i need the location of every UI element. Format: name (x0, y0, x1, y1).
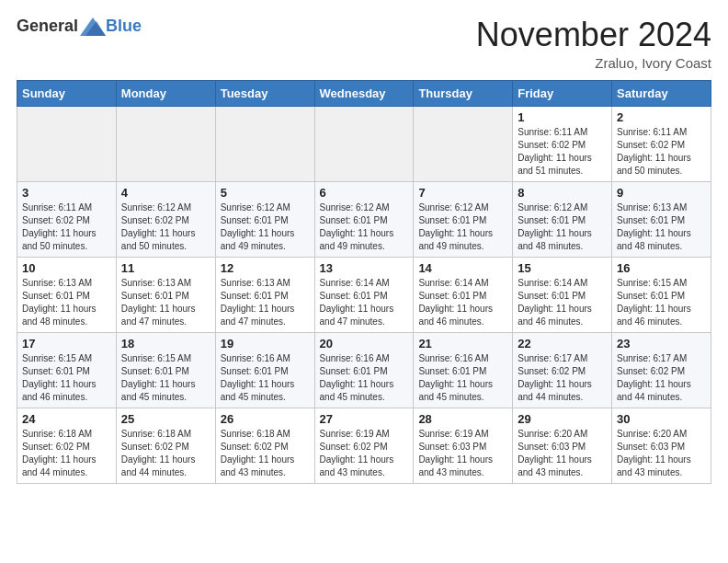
location: Zraluo, Ivory Coast (476, 55, 711, 71)
day-info: Sunrise: 6:19 AMSunset: 6:03 PMDaylight:… (418, 428, 507, 479)
title-block: November 2024 Zraluo, Ivory Coast (476, 17, 711, 71)
day-number: 29 (518, 412, 607, 426)
day-number: 15 (518, 261, 607, 275)
calendar-cell: 15Sunrise: 6:14 AMSunset: 6:01 PMDayligh… (513, 257, 612, 332)
day-number: 19 (221, 337, 310, 350)
day-info: Sunrise: 6:12 AMSunset: 6:01 PMDaylight:… (221, 201, 310, 253)
day-info: Sunrise: 6:15 AMSunset: 6:01 PMDaylight:… (617, 277, 706, 328)
day-info: Sunrise: 6:14 AMSunset: 6:01 PMDaylight:… (320, 277, 409, 328)
day-number: 9 (617, 186, 706, 200)
calendar-cell: 8Sunrise: 6:12 AMSunset: 6:01 PMDaylight… (513, 181, 612, 257)
day-info: Sunrise: 6:12 AMSunset: 6:01 PMDaylight:… (418, 201, 507, 253)
calendar-cell: 25Sunrise: 6:18 AMSunset: 6:02 PMDayligh… (116, 408, 215, 483)
day-info: Sunrise: 6:15 AMSunset: 6:01 PMDaylight:… (121, 352, 210, 404)
day-info: Sunrise: 6:18 AMSunset: 6:02 PMDaylight:… (221, 428, 310, 479)
calendar-cell: 11Sunrise: 6:13 AMSunset: 6:01 PMDayligh… (116, 257, 215, 332)
day-number: 7 (418, 186, 507, 200)
day-number: 3 (22, 186, 111, 200)
day-number: 12 (221, 261, 310, 275)
day-info: Sunrise: 6:17 AMSunset: 6:02 PMDaylight:… (518, 352, 607, 404)
logo: General Blue (17, 17, 142, 36)
calendar-cell: 19Sunrise: 6:16 AMSunset: 6:01 PMDayligh… (215, 332, 314, 408)
day-number: 11 (121, 261, 210, 275)
day-info: Sunrise: 6:12 AMSunset: 6:02 PMDaylight:… (121, 201, 210, 253)
day-number: 23 (617, 337, 706, 350)
calendar-cell: 4Sunrise: 6:12 AMSunset: 6:02 PMDaylight… (116, 181, 215, 257)
calendar-cell: 21Sunrise: 6:16 AMSunset: 6:01 PMDayligh… (414, 332, 513, 408)
calendar-cell: 18Sunrise: 6:15 AMSunset: 6:01 PMDayligh… (116, 332, 215, 408)
calendar-cell: 7Sunrise: 6:12 AMSunset: 6:01 PMDaylight… (414, 181, 513, 257)
weekday-header: Friday (513, 80, 612, 106)
calendar-cell (314, 106, 414, 181)
calendar-cell (215, 106, 314, 181)
day-number: 8 (518, 186, 607, 200)
day-number: 28 (418, 412, 507, 426)
calendar-cell: 17Sunrise: 6:15 AMSunset: 6:01 PMDayligh… (17, 332, 117, 408)
calendar-cell: 12Sunrise: 6:13 AMSunset: 6:01 PMDayligh… (215, 257, 314, 332)
logo-general: General (17, 17, 78, 36)
day-info: Sunrise: 6:20 AMSunset: 6:03 PMDaylight:… (617, 428, 706, 479)
day-info: Sunrise: 6:16 AMSunset: 6:01 PMDaylight:… (418, 352, 507, 404)
day-number: 6 (320, 186, 409, 200)
day-number: 13 (320, 261, 409, 275)
calendar-cell: 28Sunrise: 6:19 AMSunset: 6:03 PMDayligh… (414, 408, 513, 483)
calendar-cell: 20Sunrise: 6:16 AMSunset: 6:01 PMDayligh… (314, 332, 414, 408)
calendar-cell: 1Sunrise: 6:11 AMSunset: 6:02 PMDaylight… (513, 106, 612, 181)
calendar-cell: 5Sunrise: 6:12 AMSunset: 6:01 PMDaylight… (215, 181, 314, 257)
page: General Blue November 2024 Zraluo, Ivory… (0, 0, 728, 500)
day-number: 21 (418, 337, 507, 350)
day-info: Sunrise: 6:13 AMSunset: 6:01 PMDaylight:… (22, 277, 111, 328)
logo-text: General Blue (17, 17, 142, 36)
calendar-cell: 16Sunrise: 6:15 AMSunset: 6:01 PMDayligh… (612, 257, 711, 332)
day-number: 22 (518, 337, 607, 350)
calendar-cell: 24Sunrise: 6:18 AMSunset: 6:02 PMDayligh… (17, 408, 117, 483)
logo-icon (80, 17, 106, 36)
calendar-cell (116, 106, 215, 181)
day-number: 1 (518, 110, 607, 124)
calendar-cell: 6Sunrise: 6:12 AMSunset: 6:01 PMDaylight… (314, 181, 414, 257)
calendar-row: 3Sunrise: 6:11 AMSunset: 6:02 PMDaylight… (17, 181, 711, 257)
day-info: Sunrise: 6:11 AMSunset: 6:02 PMDaylight:… (22, 201, 111, 253)
day-info: Sunrise: 6:18 AMSunset: 6:02 PMDaylight:… (121, 428, 210, 479)
day-info: Sunrise: 6:20 AMSunset: 6:03 PMDaylight:… (518, 428, 607, 479)
day-number: 2 (617, 110, 706, 124)
day-info: Sunrise: 6:13 AMSunset: 6:01 PMDaylight:… (617, 201, 706, 253)
day-info: Sunrise: 6:17 AMSunset: 6:02 PMDaylight:… (617, 352, 706, 404)
day-info: Sunrise: 6:12 AMSunset: 6:01 PMDaylight:… (518, 201, 607, 253)
calendar-cell: 22Sunrise: 6:17 AMSunset: 6:02 PMDayligh… (513, 332, 612, 408)
day-number: 25 (121, 412, 210, 426)
calendar-cell: 2Sunrise: 6:11 AMSunset: 6:02 PMDaylight… (612, 106, 711, 181)
day-info: Sunrise: 6:13 AMSunset: 6:01 PMDaylight:… (121, 277, 210, 328)
calendar-cell: 13Sunrise: 6:14 AMSunset: 6:01 PMDayligh… (314, 257, 414, 332)
calendar-cell: 3Sunrise: 6:11 AMSunset: 6:02 PMDaylight… (17, 181, 117, 257)
day-info: Sunrise: 6:14 AMSunset: 6:01 PMDaylight:… (418, 277, 507, 328)
day-info: Sunrise: 6:14 AMSunset: 6:01 PMDaylight:… (518, 277, 607, 328)
weekday-header: Monday (116, 80, 215, 106)
day-number: 30 (617, 412, 706, 426)
day-info: Sunrise: 6:11 AMSunset: 6:02 PMDaylight:… (518, 126, 607, 178)
day-number: 17 (22, 337, 111, 350)
day-info: Sunrise: 6:15 AMSunset: 6:01 PMDaylight:… (22, 352, 111, 404)
day-number: 16 (617, 261, 706, 275)
weekday-header: Thursday (414, 80, 513, 106)
calendar-cell: 29Sunrise: 6:20 AMSunset: 6:03 PMDayligh… (513, 408, 612, 483)
calendar-cell: 9Sunrise: 6:13 AMSunset: 6:01 PMDaylight… (612, 181, 711, 257)
calendar-body: 1Sunrise: 6:11 AMSunset: 6:02 PMDaylight… (17, 106, 711, 483)
day-info: Sunrise: 6:13 AMSunset: 6:01 PMDaylight:… (221, 277, 310, 328)
day-info: Sunrise: 6:11 AMSunset: 6:02 PMDaylight:… (617, 126, 706, 178)
calendar-cell (17, 106, 117, 181)
calendar-cell (414, 106, 513, 181)
day-number: 10 (22, 261, 111, 275)
logo-blue: Blue (106, 17, 142, 36)
weekday-header: Saturday (612, 80, 711, 106)
day-number: 24 (22, 412, 111, 426)
day-info: Sunrise: 6:12 AMSunset: 6:01 PMDaylight:… (320, 201, 409, 253)
calendar-cell: 26Sunrise: 6:18 AMSunset: 6:02 PMDayligh… (215, 408, 314, 483)
day-number: 27 (320, 412, 409, 426)
month-title: November 2024 (476, 17, 711, 53)
calendar-cell: 14Sunrise: 6:14 AMSunset: 6:01 PMDayligh… (414, 257, 513, 332)
day-number: 14 (418, 261, 507, 275)
day-number: 4 (121, 186, 210, 200)
day-info: Sunrise: 6:16 AMSunset: 6:01 PMDaylight:… (320, 352, 409, 404)
calendar-row: 17Sunrise: 6:15 AMSunset: 6:01 PMDayligh… (17, 332, 711, 408)
